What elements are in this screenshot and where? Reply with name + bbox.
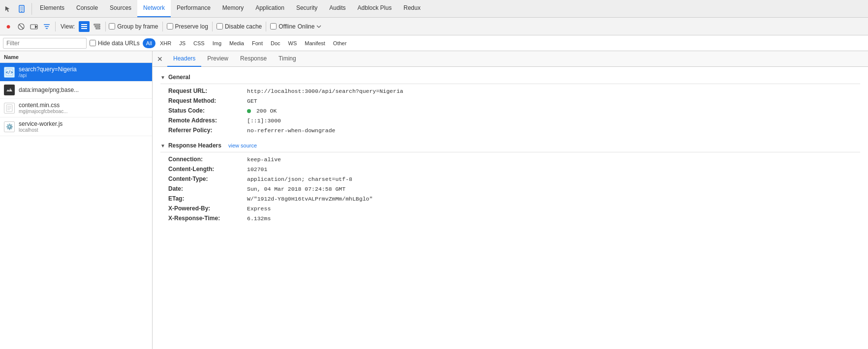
filter-button[interactable]: [41, 21, 52, 32]
view-label: View:: [61, 23, 75, 30]
view-source-link[interactable]: view source: [228, 143, 257, 148]
content-length-key: Content-Length:: [168, 166, 247, 173]
general-arrow: ▼: [160, 75, 165, 80]
content-type-value: application/json; charset=utf-8: [247, 176, 352, 182]
filter-img[interactable]: Img: [209, 38, 225, 48]
svg-rect-11: [81, 26, 87, 27]
tab-performance[interactable]: Performance: [171, 0, 217, 17]
view-tree-button[interactable]: [92, 21, 102, 32]
referrer-policy-key: Referrer Policy:: [168, 127, 247, 134]
tab-application[interactable]: Application: [249, 0, 290, 17]
stop-button[interactable]: [16, 21, 27, 32]
hide-data-urls-checkbox[interactable]: Hide data URLs: [90, 40, 140, 47]
detail-tabs-bar: ✕ Headers Preview Response Timing: [153, 51, 868, 67]
divider-2: [212, 22, 213, 31]
item-text-css: content.min.css mgijmajocgfcbeboac...: [19, 102, 148, 114]
tab-elements[interactable]: Elements: [34, 0, 70, 17]
disable-cache-checkbox[interactable]: Disable cache: [217, 23, 262, 30]
tab-adblock[interactable]: Adblock Plus: [352, 0, 398, 17]
detail-tab-response[interactable]: Response: [234, 51, 273, 67]
content-type-row: Content-Type: application/json; charset=…: [160, 174, 860, 184]
group-by-frame-checkbox[interactable]: Group by frame: [109, 23, 158, 30]
tab-network[interactable]: Network: [137, 0, 171, 17]
etag-value: W/"1912d-Y8g0H16tvALPrmvZmMm/mhLBglo": [247, 196, 372, 202]
filter-input[interactable]: [3, 38, 87, 49]
separator-1: [55, 22, 56, 31]
connection-row: Connection: keep-alive: [160, 154, 860, 164]
divider-1: [162, 22, 163, 31]
status-code-key: Status Code:: [168, 107, 247, 114]
filter-all[interactable]: All: [143, 38, 155, 48]
filter-bar: Hide data URLs All XHR JS CSS Img Media …: [0, 35, 868, 51]
detail-tab-preview[interactable]: Preview: [201, 51, 234, 67]
close-detail-button[interactable]: ✕: [155, 54, 165, 64]
request-url-key: Request URL:: [168, 87, 247, 94]
image-icon: [4, 85, 15, 95]
item-text-search-api: search?query=Nigeria /api: [19, 66, 148, 78]
toolbar: ● View:: [0, 18, 868, 35]
remote-address-key: Remote Address:: [168, 117, 247, 124]
top-nav: Elements Console Sources Network Perform…: [0, 0, 868, 18]
request-url-row: Request URL: http://localhost:3000/api/s…: [160, 86, 860, 96]
filter-font[interactable]: Font: [248, 38, 266, 48]
network-item-worker[interactable]: ⚙️ service-worker.js localhost: [0, 117, 152, 136]
preserve-log-checkbox[interactable]: Preserve log: [167, 23, 208, 30]
status-code-row: Status Code: 200 OK: [160, 106, 860, 116]
cursor-icon[interactable]: [2, 3, 14, 15]
camera-button[interactable]: [29, 21, 39, 32]
mobile-icon[interactable]: [16, 3, 28, 15]
svg-rect-1: [20, 6, 23, 11]
date-key: Date:: [168, 185, 247, 192]
x-response-time-key: X-Response-Time:: [168, 215, 247, 222]
status-dot: [247, 109, 251, 113]
filter-ws[interactable]: WS: [285, 38, 301, 48]
network-item-search-api[interactable]: </> search?query=Nigeria /api: [0, 63, 152, 82]
detail-tab-headers[interactable]: Headers: [167, 51, 201, 67]
x-response-time-row: X-Response-Time: 6.132ms: [160, 213, 860, 223]
api-icon: </>: [4, 67, 15, 78]
filter-other[interactable]: Other: [330, 38, 350, 48]
svg-marker-18: [8, 88, 12, 91]
offline-checkbox[interactable]: Offline: [270, 23, 295, 30]
filter-xhr[interactable]: XHR: [156, 38, 175, 48]
date-value: Sun, 04 Mar 2018 07:24:58 GMT: [247, 186, 345, 192]
network-item-data-image[interactable]: data:image/png;base...: [0, 82, 152, 99]
nav-icons: [2, 3, 32, 15]
response-headers-arrow: ▼: [160, 143, 165, 148]
response-headers-section-header[interactable]: ▼ Response Headers view source: [160, 139, 860, 152]
status-code-value: 200 OK: [247, 108, 277, 114]
network-item-css[interactable]: content.min.css mgijmajocgfcbeboac...: [0, 99, 152, 117]
svg-marker-6: [35, 25, 37, 29]
request-method-value: GET: [247, 98, 257, 104]
filter-types: All XHR JS CSS Img Media Font Doc WS Man…: [143, 38, 350, 48]
x-response-time-value: 6.132ms: [247, 215, 271, 222]
referrer-policy-row: Referrer Policy: no-referrer-when-downgr…: [160, 125, 860, 135]
tab-sources[interactable]: Sources: [104, 0, 137, 17]
tab-redux[interactable]: Redux: [398, 0, 427, 17]
filter-manifest[interactable]: Manifest: [301, 38, 329, 48]
online-selector[interactable]: Online: [298, 23, 322, 30]
tab-audits[interactable]: Audits: [323, 0, 351, 17]
record-button[interactable]: ●: [3, 21, 14, 32]
x-powered-by-key: X-Powered-By:: [168, 205, 247, 212]
filter-media[interactable]: Media: [226, 38, 248, 48]
list-header: Name: [0, 51, 152, 63]
connection-value: keep-alive: [247, 156, 281, 163]
etag-key: ETag:: [168, 195, 247, 202]
filter-js[interactable]: JS: [176, 38, 189, 48]
referrer-policy-value: no-referrer-when-downgrade: [247, 127, 335, 134]
general-section-header[interactable]: ▼ General: [160, 71, 860, 84]
x-powered-by-row: X-Powered-By: Express: [160, 204, 860, 213]
main-area: Name </> search?query=Nigeria /api: [0, 51, 868, 349]
tab-console[interactable]: Console: [70, 0, 104, 17]
detail-tab-timing[interactable]: Timing: [273, 51, 302, 67]
view-list-button[interactable]: [79, 21, 90, 32]
separator-2: [105, 22, 106, 31]
tab-memory[interactable]: Memory: [217, 0, 249, 17]
filter-doc[interactable]: Doc: [267, 38, 284, 48]
tab-security[interactable]: Security: [290, 0, 323, 17]
content-type-key: Content-Type:: [168, 175, 247, 182]
request-method-key: Request Method:: [168, 97, 247, 104]
svg-rect-12: [81, 28, 87, 29]
filter-css[interactable]: CSS: [190, 38, 208, 48]
